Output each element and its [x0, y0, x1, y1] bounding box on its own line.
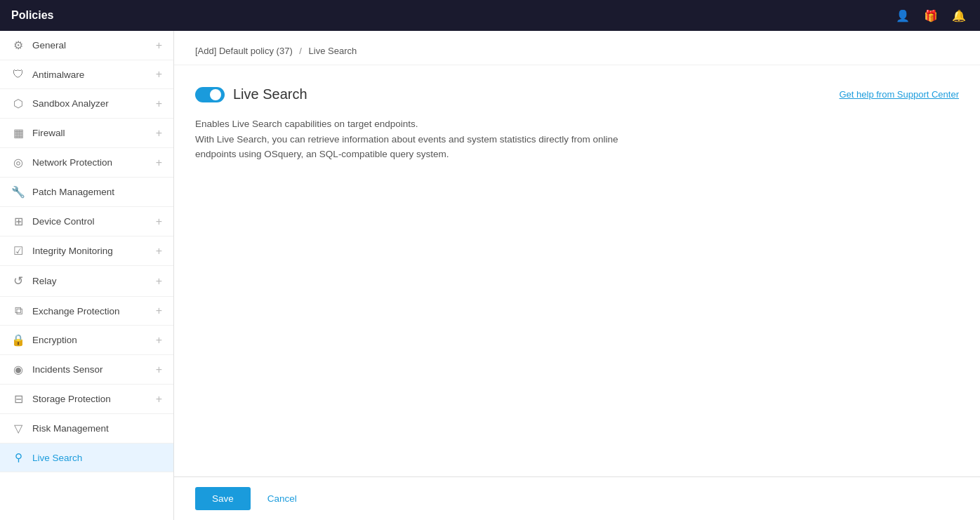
- content-footer: Save Cancel: [174, 476, 980, 520]
- sidebar-item-label: Antimalware: [32, 69, 84, 80]
- live-search-toggle[interactable]: [195, 87, 225, 102]
- breadcrumb-parent[interactable]: [Add] Default policy (37): [195, 46, 293, 56]
- gift-icon[interactable]: 🎁: [921, 6, 941, 25]
- incidents-icon: ◉: [11, 363, 25, 376]
- expand-icon: +: [156, 305, 162, 317]
- device-icon: ⊞: [11, 215, 25, 228]
- content-body: Live Search Get help from Support Center…: [174, 65, 980, 476]
- help-link[interactable]: Get help from Support Center: [839, 89, 959, 100]
- sidebar-item-incidents-sensor[interactable]: ◉ Incidents Sensor +: [0, 355, 173, 385]
- sidebar-item-label: General: [32, 40, 66, 51]
- sidebar-item-label: Integrity Monitoring: [32, 246, 113, 256]
- sidebar-item-antimalware[interactable]: 🛡 Antimalware +: [0, 60, 173, 89]
- sidebar-item-firewall[interactable]: ▦ Firewall +: [0, 119, 173, 148]
- firewall-icon: ▦: [11, 126, 25, 140]
- breadcrumb: [Add] Default policy (37) / Live Search: [195, 46, 357, 56]
- sidebar-item-network-protection[interactable]: ◎ Network Protection +: [0, 148, 173, 178]
- expand-icon: +: [156, 334, 162, 347]
- expand-icon: +: [156, 68, 162, 81]
- sidebar-item-device-control[interactable]: ⊞ Device Control +: [0, 207, 173, 236]
- main-layout: General + 🛡 Antimalware + ⬡ Sandbox Anal…: [0, 31, 980, 520]
- antimalware-icon: 🛡: [11, 68, 25, 81]
- user-icon[interactable]: 👤: [893, 6, 913, 25]
- expand-icon: +: [156, 364, 162, 376]
- exchange-icon: ⧉: [11, 305, 25, 317]
- description: Enables Live Search capabilities on targ…: [195, 116, 687, 162]
- cancel-button[interactable]: Cancel: [259, 487, 305, 510]
- sidebar-item-label: Device Control: [32, 216, 95, 227]
- breadcrumb-current: Live Search: [309, 46, 357, 56]
- sandbox-icon: ⬡: [11, 97, 25, 110]
- expand-icon: +: [156, 245, 162, 258]
- risk-icon: ▽: [11, 422, 25, 435]
- encryption-icon: 🔒: [11, 333, 25, 347]
- description-line2: With Live Search, you can retrieve infor…: [195, 134, 618, 145]
- sidebar-item-label: Firewall: [32, 128, 65, 138]
- description-line3: endpoints using OSquery, an SQL-compatib…: [195, 149, 449, 159]
- description-line1: Enables Live Search capabilities on targ…: [195, 119, 418, 129]
- sidebar-item-relay[interactable]: ↺ Relay +: [0, 266, 173, 297]
- sidebar-item-label: Risk Management: [32, 423, 109, 434]
- bell-icon[interactable]: 🔔: [949, 6, 969, 25]
- page-title: Policies: [11, 9, 53, 22]
- sidebar-item-label: Storage Protection: [32, 394, 111, 404]
- sidebar-item-general[interactable]: General +: [0, 31, 173, 60]
- section-title-row: Live Search: [195, 86, 307, 102]
- sidebar-item-label: Exchange Protection: [32, 306, 120, 316]
- content-area: [Add] Default policy (37) / Live Search …: [174, 31, 980, 520]
- section-title: Live Search: [233, 86, 307, 102]
- sidebar-item-label: Live Search: [32, 453, 82, 463]
- expand-icon: +: [156, 215, 162, 228]
- sidebar-item-label: Incidents Sensor: [32, 364, 103, 375]
- sidebar-item-risk-management[interactable]: ▽ Risk Management: [0, 414, 173, 444]
- live-search-icon: ⚲: [11, 451, 25, 464]
- storage-icon: ⊟: [11, 392, 25, 406]
- patch-icon: 🔧: [11, 185, 25, 199]
- sidebar-item-encryption[interactable]: 🔒 Encryption +: [0, 326, 173, 355]
- sidebar-item-storage-protection[interactable]: ⊟ Storage Protection +: [0, 385, 173, 414]
- expand-icon: +: [156, 393, 162, 406]
- sidebar-item-label: Relay: [32, 276, 57, 286]
- sidebar-item-label: Sandbox Analyzer: [32, 98, 109, 109]
- sidebar-item-patch-management[interactable]: 🔧 Patch Management: [0, 178, 173, 207]
- top-bar-actions: 👤 🎁 🔔: [893, 6, 969, 25]
- sidebar-item-sandbox-analyzer[interactable]: ⬡ Sandbox Analyzer +: [0, 89, 173, 119]
- sidebar-item-integrity-monitoring[interactable]: ☑ Integrity Monitoring +: [0, 236, 173, 266]
- sidebar-item-live-search[interactable]: ⚲ Live Search: [0, 444, 173, 472]
- save-button[interactable]: Save: [195, 487, 251, 510]
- expand-icon: +: [156, 98, 162, 110]
- breadcrumb-bar: [Add] Default policy (37) / Live Search: [174, 31, 980, 65]
- section-header: Live Search Get help from Support Center: [195, 86, 959, 102]
- expand-icon: +: [156, 275, 162, 288]
- sidebar-item-label: Encryption: [32, 335, 77, 345]
- sidebar: General + 🛡 Antimalware + ⬡ Sandbox Anal…: [0, 31, 174, 520]
- integrity-icon: ☑: [11, 244, 25, 258]
- network-icon: ◎: [11, 156, 25, 169]
- expand-icon: +: [156, 39, 162, 52]
- gear-icon: [11, 39, 25, 52]
- breadcrumb-separator: /: [299, 46, 302, 56]
- sidebar-item-label: Patch Management: [32, 187, 114, 197]
- sidebar-item-label: Network Protection: [32, 157, 112, 168]
- relay-icon: ↺: [11, 274, 25, 288]
- top-bar: Policies 👤 🎁 🔔: [0, 0, 980, 31]
- expand-icon: +: [156, 127, 162, 140]
- toggle-slider: [195, 87, 225, 102]
- sidebar-item-exchange-protection[interactable]: ⧉ Exchange Protection +: [0, 297, 173, 326]
- expand-icon: +: [156, 156, 162, 169]
